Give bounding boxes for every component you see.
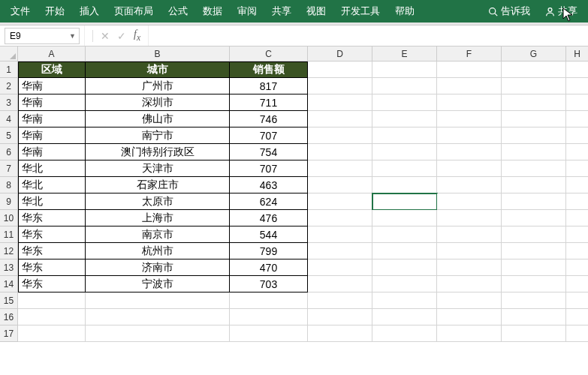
- cell-E15[interactable]: [372, 292, 437, 309]
- cell-H11[interactable]: [566, 226, 588, 243]
- cell-A7[interactable]: 华北: [18, 160, 86, 177]
- row-header-9[interactable]: 9: [0, 194, 18, 210]
- cell-G10[interactable]: [502, 210, 566, 226]
- row-header-11[interactable]: 11: [0, 226, 18, 243]
- cell-B7[interactable]: 天津市: [86, 160, 230, 177]
- cell-H9[interactable]: [566, 194, 588, 210]
- cell-C10[interactable]: 476: [230, 210, 308, 226]
- row-header-16[interactable]: 16: [0, 309, 18, 326]
- cell-E14[interactable]: [372, 276, 437, 292]
- col-header-C[interactable]: C: [230, 46, 308, 62]
- cell-H5[interactable]: [566, 128, 588, 144]
- cell-C3[interactable]: 711: [230, 94, 308, 111]
- cell-E4[interactable]: [372, 111, 437, 128]
- cell-F3[interactable]: [437, 94, 502, 111]
- cell-G17[interactable]: [502, 326, 566, 342]
- cell-G8[interactable]: [502, 177, 566, 194]
- cell-G14[interactable]: [502, 276, 566, 292]
- col-header-D[interactable]: D: [308, 46, 372, 62]
- cell-F8[interactable]: [437, 177, 502, 194]
- cell-A3[interactable]: 华南: [18, 94, 86, 111]
- cell-H15[interactable]: [566, 292, 588, 309]
- cell-C7[interactable]: 707: [230, 160, 308, 177]
- cell-F14[interactable]: [437, 276, 502, 292]
- cancel-icon[interactable]: ✕: [101, 30, 110, 42]
- cell-G16[interactable]: [502, 309, 566, 326]
- cell-E6[interactable]: [372, 144, 437, 160]
- row-header-6[interactable]: 6: [0, 144, 18, 160]
- cell-H4[interactable]: [566, 111, 588, 128]
- tell-me-button[interactable]: 告诉我: [481, 0, 538, 22]
- cell-C11[interactable]: 544: [230, 226, 308, 243]
- row-header-17[interactable]: 17: [0, 326, 18, 342]
- cell-D16[interactable]: [308, 309, 372, 326]
- cell-B8[interactable]: 石家庄市: [86, 177, 230, 194]
- cell-H8[interactable]: [566, 177, 588, 194]
- row-header-12[interactable]: 12: [0, 243, 18, 260]
- ribbon-tab-3[interactable]: 页面布局: [107, 0, 161, 22]
- name-box[interactable]: E9 ▼: [5, 28, 80, 44]
- cell-E17[interactable]: [372, 326, 437, 342]
- cell-H12[interactable]: [566, 243, 588, 260]
- row-header-15[interactable]: 15: [0, 292, 18, 309]
- cell-G15[interactable]: [502, 292, 566, 309]
- cell-D13[interactable]: [308, 260, 372, 276]
- cell-C12[interactable]: 799: [230, 243, 308, 260]
- cell-B2[interactable]: 广州市: [86, 78, 230, 94]
- cell-G5[interactable]: [502, 128, 566, 144]
- cell-F13[interactable]: [437, 260, 502, 276]
- cell-B3[interactable]: 深圳市: [86, 94, 230, 111]
- cell-G7[interactable]: [502, 160, 566, 177]
- fx-icon[interactable]: fx: [134, 28, 140, 43]
- cell-F11[interactable]: [437, 226, 502, 243]
- row-header-4[interactable]: 4: [0, 111, 18, 128]
- ribbon-tab-7[interactable]: 共享: [264, 0, 299, 22]
- cell-H16[interactable]: [566, 309, 588, 326]
- cell-H7[interactable]: [566, 160, 588, 177]
- ribbon-tab-6[interactable]: 审阅: [230, 0, 264, 22]
- cell-D2[interactable]: [308, 78, 372, 94]
- formula-input[interactable]: [149, 26, 588, 46]
- cell-A8[interactable]: 华北: [18, 177, 86, 194]
- cell-F10[interactable]: [437, 210, 502, 226]
- cell-E16[interactable]: [372, 309, 437, 326]
- col-header-A[interactable]: A: [18, 46, 86, 62]
- row-header-7[interactable]: 7: [0, 160, 18, 177]
- ribbon-tab-1[interactable]: 开始: [38, 0, 72, 22]
- row-header-1[interactable]: 1: [0, 62, 18, 78]
- cell-G12[interactable]: [502, 243, 566, 260]
- cell-C4[interactable]: 746: [230, 111, 308, 128]
- cell-H10[interactable]: [566, 210, 588, 226]
- cell-F2[interactable]: [437, 78, 502, 94]
- cell-D4[interactable]: [308, 111, 372, 128]
- cell-F15[interactable]: [437, 292, 502, 309]
- cell-A16[interactable]: [18, 309, 86, 326]
- cell-G6[interactable]: [502, 144, 566, 160]
- cell-C17[interactable]: [230, 326, 308, 342]
- cell-E3[interactable]: [372, 94, 437, 111]
- col-header-H[interactable]: H: [566, 46, 588, 62]
- cell-E10[interactable]: [372, 210, 437, 226]
- cell-G1[interactable]: [502, 62, 566, 78]
- cell-A5[interactable]: 华南: [18, 128, 86, 144]
- cell-G11[interactable]: [502, 226, 566, 243]
- ribbon-tab-9[interactable]: 开发工具: [333, 0, 387, 22]
- cell-A12[interactable]: 华东: [18, 243, 86, 260]
- cell-B9[interactable]: 太原市: [86, 194, 230, 210]
- col-header-B[interactable]: B: [86, 46, 230, 62]
- cell-A15[interactable]: [18, 292, 86, 309]
- cell-F5[interactable]: [437, 128, 502, 144]
- cell-G2[interactable]: [502, 78, 566, 94]
- cell-G4[interactable]: [502, 111, 566, 128]
- cell-E2[interactable]: [372, 78, 437, 94]
- cell-D1[interactable]: [308, 62, 372, 78]
- cell-F6[interactable]: [437, 144, 502, 160]
- cell-C8[interactable]: 463: [230, 177, 308, 194]
- cell-B10[interactable]: 上海市: [86, 210, 230, 226]
- cell-C15[interactable]: [230, 292, 308, 309]
- cell-E1[interactable]: [372, 62, 437, 78]
- cell-G3[interactable]: [502, 94, 566, 111]
- cell-B16[interactable]: [86, 309, 230, 326]
- cell-D6[interactable]: [308, 144, 372, 160]
- cell-H3[interactable]: [566, 94, 588, 111]
